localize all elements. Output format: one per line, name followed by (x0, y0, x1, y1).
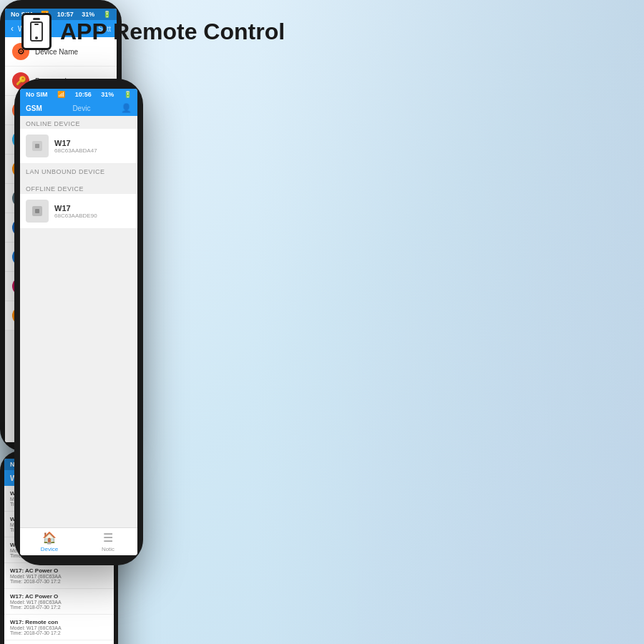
section-lan: LAN UNBOUND DEVICE (20, 164, 137, 177)
device-info-online: W17 68C63AABDA47 (54, 139, 97, 154)
notif-4-sub1: Model: W17 (68C63AA (10, 574, 108, 579)
phone1-status-bar: No SIM 📶 10:56 31% 🔋 (20, 89, 137, 100)
device-name-offline: W17 (54, 204, 97, 213)
section-online: ONLINE DEVICE (20, 116, 137, 129)
phone1-avatar-icon: 👤 (121, 103, 132, 113)
phone1-battery: 31% (101, 91, 114, 98)
notif-6[interactable]: W17: Remote con Model: W17 (68C63AA Time… (4, 615, 114, 640)
device-item-online[interactable]: W17 68C63AABDA47 (20, 129, 137, 164)
device-info-offline: W17 68C63AABDE90 (54, 204, 97, 219)
device-id-offline: 68C63AABDE90 (54, 213, 97, 219)
bottom-nav-device-label: Device (41, 546, 58, 552)
bottom-nav-device[interactable]: 🏠 Device (20, 531, 79, 552)
notif-7[interactable]: W17: Remote con Model: W17 (68C63AA Time… (4, 640, 114, 644)
notif-4[interactable]: W17: AC Power O Model: W17 (68C63AA Time… (4, 563, 114, 589)
svg-rect-6 (35, 209, 39, 213)
bottom-nav-notice[interactable]: ☰ Notic (79, 531, 137, 552)
phone1: No SIM 📶 10:56 31% 🔋 GSM Devic 👤 ONLINE … (14, 79, 143, 565)
notif-5-main: W17: AC Power O (10, 593, 108, 600)
notif-6-sub2: Time: 2018-07-30 17:2 (10, 630, 108, 635)
notif-6-sub1: Model: W17 (68C63AA (10, 625, 108, 630)
phone1-battery-icon: 🔋 (124, 91, 132, 98)
home-icon: 🏠 (42, 531, 57, 545)
notif-5[interactable]: W17: AC Power O Model: W17 (68C63AA Time… (4, 589, 114, 615)
phone1-bottom-nav: 🏠 Device ☰ Notic (20, 527, 137, 555)
notif-4-sub2: Time: 2018-07-30 17:2 (10, 579, 108, 584)
phone1-time: 10:56 (75, 91, 92, 98)
svg-rect-4 (35, 144, 39, 148)
bottom-nav-notice-label: Notic (102, 546, 114, 552)
phone1-app-header: GSM Devic 👤 (20, 100, 137, 116)
notif-6-main: W17: Remote con (10, 619, 108, 625)
notice-icon: ☰ (103, 531, 113, 545)
app-icon (21, 13, 52, 50)
phone1-gsm-tab[interactable]: GSM (26, 104, 42, 112)
phone1-title: Devic (72, 104, 90, 112)
phone1-sim: No SIM (26, 91, 48, 98)
phone1-wifi-icon: 📶 (57, 91, 65, 98)
back-arrow-icon[interactable]: ‹ (11, 24, 14, 34)
svg-rect-1 (34, 24, 39, 25)
notif-5-sub2: Time: 2018-07-30 17:2 (10, 605, 108, 610)
device-icon-online (26, 135, 49, 157)
notif-4-main: W17: AC Power O (10, 567, 108, 574)
device-icon-offline (26, 200, 49, 223)
background-person (358, 0, 644, 644)
device-item-offline[interactable]: W17 68C63AABDE90 (20, 194, 137, 229)
phone1-content: ONLINE DEVICE W17 68C63AABDA47 LAN UNBOU… (20, 116, 137, 527)
device-id-online: 68C63AABDA47 (54, 147, 97, 154)
svg-point-2 (35, 36, 38, 39)
page-header: APP Remote Control (21, 13, 285, 50)
device-name-online: W17 (54, 139, 97, 147)
section-offline: OFFLINE DEVICE (20, 181, 137, 194)
notif-5-sub1: Model: W17 (68C63AA (10, 600, 108, 605)
page-title: APP Remote Control (60, 19, 285, 45)
